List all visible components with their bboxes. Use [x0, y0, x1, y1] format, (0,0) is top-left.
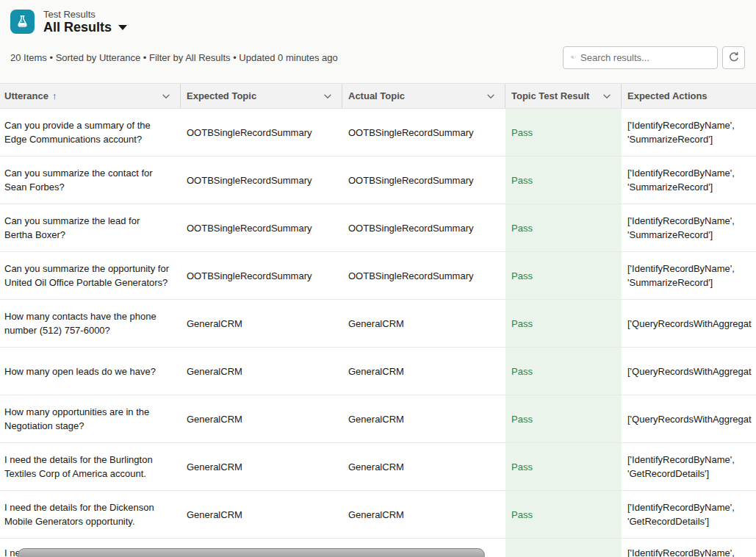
- chevron-down-icon[interactable]: [486, 91, 496, 101]
- sort-ascending-icon: ↑: [52, 90, 57, 101]
- cell-result: Pass: [505, 491, 622, 538]
- cell-expected-actions: ['IdentifyRecordByName', 'GetRecordDetai…: [622, 443, 756, 490]
- table-row: Can you summarize the contact for Sean F…: [0, 157, 756, 204]
- cell-utterance: How many opportunities are in the Negoti…: [0, 395, 181, 442]
- cell-result: Pass: [505, 395, 622, 442]
- cell-utterance: I need the details for the Burlington Te…: [0, 443, 181, 490]
- cell-result: Pass: [505, 300, 622, 347]
- column-label: Utterance↑: [4, 90, 57, 101]
- table-row: Can you provide a summary of the Edge Co…: [0, 109, 756, 157]
- list-view-header: Test Results All Results 20 Items • Sort…: [0, 0, 756, 83]
- cell-result: Pass: [505, 252, 622, 299]
- refresh-icon: [728, 51, 740, 63]
- table-header-row: Utterance↑Expected TopicActual TopicTopi…: [0, 83, 756, 109]
- search-icon: [571, 52, 575, 62]
- cell-utterance: How many open leads do we have?: [0, 348, 181, 395]
- cell-utterance: Can you summarize the opportunity for Un…: [0, 252, 181, 299]
- column-header-expected-topic[interactable]: Expected Topic: [181, 84, 342, 108]
- cell-actual-topic: OOTBSingleRecordSummary: [342, 252, 505, 299]
- cell-expected-topic: OOTBSingleRecordSummary: [181, 204, 342, 251]
- table-body: Can you provide a summary of the Edge Co…: [0, 109, 756, 557]
- cell-expected-topic: GeneralCRM: [181, 300, 342, 347]
- cell-actual-topic: OOTBSingleRecordSummary: [342, 204, 505, 251]
- test-results-flask-icon: [10, 10, 35, 34]
- cell-expected-actions: ['IdentifyRecordByName', 'SummarizeRecor…: [622, 109, 756, 156]
- column-label: Expected Actions: [627, 90, 708, 101]
- chevron-down-icon[interactable]: [161, 91, 171, 101]
- cell-expected-actions: ['QueryRecordsWithAggregat: [622, 348, 756, 395]
- cell-actual-topic: GeneralCRM: [342, 348, 505, 395]
- cell-expected-topic: OOTBSingleRecordSummary: [181, 157, 342, 204]
- cell-result: Pass: [505, 348, 622, 395]
- column-label: Actual Topic: [348, 90, 405, 101]
- refresh-button[interactable]: [722, 46, 745, 69]
- list-toolbar: 20 Items • Sorted by Utterance • Filter …: [10, 46, 745, 69]
- list-summary: 20 Items • Sorted by Utterance • Filter …: [10, 52, 338, 63]
- cell-utterance: How many contacts have the phone number …: [0, 300, 181, 347]
- cell-expected-topic: GeneralCRM: [181, 348, 342, 395]
- cell-utterance: Can you provide a summary of the Edge Co…: [0, 109, 181, 156]
- test-results-table: Utterance↑Expected TopicActual TopicTopi…: [0, 83, 756, 557]
- search-box[interactable]: [563, 46, 718, 69]
- table-row: I need the details for the Burlington Te…: [0, 443, 756, 491]
- cell-expected-actions: ['IdentifyRecordByName',: [622, 539, 756, 557]
- table-row: How many opportunities are in the Negoti…: [0, 395, 756, 443]
- column-header-expected-actions[interactable]: Expected Actions: [622, 84, 756, 108]
- cell-utterance: I need the details for the Dickenson Mob…: [0, 491, 181, 538]
- table-row: Can you summarize the opportunity for Un…: [0, 252, 756, 300]
- cell-expected-topic: GeneralCRM: [181, 491, 342, 538]
- table-row: How many open leads do we have?GeneralCR…: [0, 348, 756, 395]
- cell-expected-actions: ['QueryRecordsWithAggregat: [622, 395, 756, 442]
- table-row: How many contacts have the phone number …: [0, 300, 756, 348]
- cell-actual-topic: OOTBSingleRecordSummary: [342, 157, 505, 204]
- cell-expected-topic: OOTBSingleRecordSummary: [181, 252, 342, 299]
- chevron-down-icon[interactable]: [602, 91, 612, 101]
- cell-actual-topic: GeneralCRM: [342, 443, 505, 490]
- caret-down-icon: [118, 25, 127, 30]
- horizontal-scrollbar-thumb[interactable]: [18, 548, 485, 557]
- cell-expected-topic: GeneralCRM: [181, 443, 342, 490]
- cell-utterance: Can you summarize the contact for Sean F…: [0, 157, 181, 204]
- cell-actual-topic: GeneralCRM: [342, 300, 505, 347]
- chevron-down-icon[interactable]: [323, 91, 333, 101]
- cell-expected-topic: GeneralCRM: [181, 395, 342, 442]
- cell-actual-topic: GeneralCRM: [342, 491, 505, 538]
- cell-result: Pass: [505, 157, 622, 204]
- cell-actual-topic: OOTBSingleRecordSummary: [342, 109, 505, 156]
- column-header-topic-test-result[interactable]: Topic Test Result: [505, 84, 622, 108]
- column-header-actual-topic[interactable]: Actual Topic: [342, 84, 505, 108]
- cell-expected-actions: ['IdentifyRecordByName', 'SummarizeRecor…: [622, 157, 756, 204]
- cell-expected-actions: ['IdentifyRecordByName', 'GetRecordDetai…: [622, 491, 756, 538]
- cell-utterance: Can you summarize the lead for Bertha Bo…: [0, 204, 181, 251]
- table-row: Can you summarize the lead for Bertha Bo…: [0, 204, 756, 252]
- view-selector[interactable]: All Results: [43, 20, 127, 35]
- cell-result: [505, 539, 622, 557]
- entity-label: Test Results: [43, 9, 127, 20]
- column-label: Topic Test Result: [511, 90, 589, 101]
- view-name: All Results: [43, 20, 112, 35]
- cell-expected-actions: ['QueryRecordsWithAggregat: [622, 300, 756, 347]
- cell-result: Pass: [505, 109, 622, 156]
- cell-expected-actions: ['IdentifyRecordByName', 'SummarizeRecor…: [622, 252, 756, 299]
- cell-expected-actions: ['IdentifyRecordByName', 'SummarizeRecor…: [622, 204, 756, 251]
- column-header-utterance[interactable]: Utterance↑: [0, 84, 181, 108]
- cell-result: Pass: [505, 204, 622, 251]
- cell-expected-topic: OOTBSingleRecordSummary: [181, 109, 342, 156]
- table-row: I need the details for the Dickenson Mob…: [0, 491, 756, 539]
- cell-result: Pass: [505, 443, 622, 490]
- search-input[interactable]: [580, 52, 710, 63]
- column-label: Expected Topic: [187, 90, 256, 101]
- cell-actual-topic: GeneralCRM: [342, 395, 505, 442]
